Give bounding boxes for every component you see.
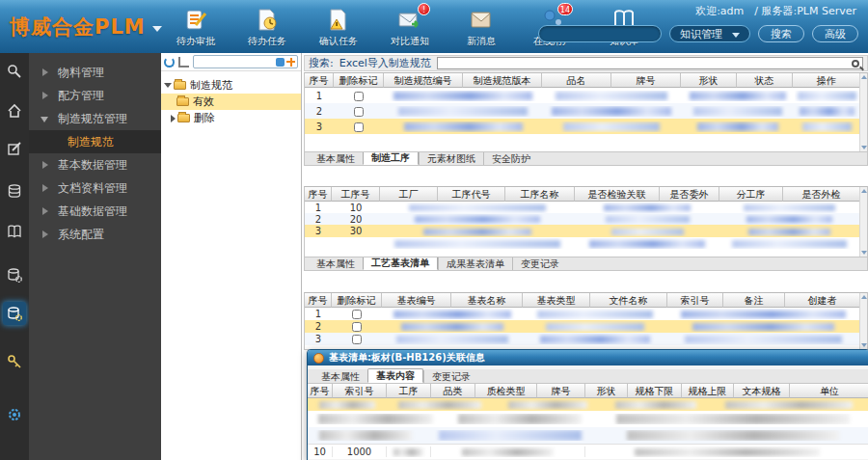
toolbar-new-messages[interactable]: 新消息 bbox=[454, 8, 508, 48]
app-logo[interactable]: 博威合金PLM bbox=[10, 14, 162, 41]
rail-edit-icon[interactable] bbox=[3, 137, 26, 160]
vertical-scrollbar[interactable] bbox=[859, 293, 867, 349]
column-header[interactable]: 状态 bbox=[737, 73, 793, 88]
delete-checkbox[interactable] bbox=[354, 92, 364, 101]
tab-basic-props[interactable]: 基本属性 bbox=[309, 152, 363, 165]
table-row[interactable]: 10 1000 bbox=[308, 444, 868, 459]
tab-process-base-list[interactable]: 工艺基表清单 bbox=[363, 256, 438, 270]
table-row-selected[interactable]: 3 bbox=[305, 119, 867, 134]
table-row[interactable]: 1 bbox=[305, 88, 867, 103]
rail-search-icon[interactable] bbox=[3, 60, 26, 83]
search-button[interactable]: 搜索 bbox=[758, 25, 804, 42]
column-header[interactable]: 牌号 bbox=[611, 73, 681, 88]
table-row[interactable] bbox=[308, 427, 868, 444]
scroll-down-icon[interactable] bbox=[861, 146, 867, 149]
scroll-up-icon[interactable] bbox=[861, 75, 867, 79]
table-row[interactable] bbox=[305, 237, 867, 250]
column-header[interactable]: 品类 bbox=[431, 384, 475, 398]
spec-filter-input[interactable] bbox=[437, 57, 863, 69]
table-row[interactable]: 2 20 bbox=[305, 213, 867, 225]
vertical-scrollbar[interactable] bbox=[859, 73, 867, 151]
column-header[interactable]: 工序 bbox=[387, 384, 431, 398]
sidebar-item-doc-mgmt[interactable]: 文档资料管理 bbox=[29, 176, 161, 200]
scroll-down-icon[interactable] bbox=[861, 343, 867, 347]
column-header[interactable]: 是否委外 bbox=[660, 187, 719, 202]
column-header[interactable]: 文本规格 bbox=[734, 384, 790, 398]
rail-database-settings-icon[interactable] bbox=[3, 263, 26, 286]
tab-base-content[interactable]: 基表内容 bbox=[367, 368, 423, 383]
toolbar-pending-tasks[interactable]: 待办任务 bbox=[240, 8, 294, 48]
table-row-selected[interactable]: 2 bbox=[305, 320, 867, 333]
tab-safety[interactable]: 安全防护 bbox=[483, 152, 538, 165]
column-header[interactable]: 索引号 bbox=[333, 384, 387, 398]
scroll-down-icon[interactable] bbox=[861, 251, 867, 255]
column-header[interactable]: 文件名称 bbox=[590, 293, 667, 308]
tab-basic-props[interactable]: 基本属性 bbox=[309, 257, 363, 270]
sidebar-item-mfg-spec-mgmt[interactable]: 制造规范管理 bbox=[29, 107, 161, 130]
column-header[interactable]: 基表名称 bbox=[451, 293, 523, 308]
column-header[interactable]: 形状 bbox=[585, 384, 628, 398]
table-row[interactable]: 2 bbox=[305, 103, 867, 119]
column-header[interactable]: 是否外检 bbox=[783, 187, 859, 202]
scroll-up-icon[interactable] bbox=[861, 189, 867, 193]
column-header[interactable]: 工序号 bbox=[332, 187, 380, 202]
column-header[interactable]: 制造规范编号 bbox=[384, 73, 463, 88]
toolbar-confirm-tasks[interactable]: 确认任务 bbox=[312, 8, 366, 48]
delete-checkbox[interactable] bbox=[354, 122, 364, 132]
tree-node-root[interactable]: 制造规范 bbox=[161, 77, 301, 94]
column-header[interactable]: 工序代号 bbox=[438, 187, 505, 202]
column-header[interactable]: 单位 bbox=[790, 384, 868, 398]
rail-database-settings-active-icon[interactable] bbox=[3, 302, 26, 325]
column-header[interactable]: 基表编号 bbox=[382, 293, 451, 308]
tab-result-base-list[interactable]: 成果基表清单 bbox=[438, 257, 512, 270]
column-header[interactable]: 工厂 bbox=[380, 187, 438, 202]
delete-checkbox[interactable] bbox=[354, 107, 364, 117]
column-header[interactable]: 删除标记 bbox=[332, 293, 382, 308]
rail-home-icon[interactable] bbox=[3, 99, 26, 122]
column-header[interactable]: 制造规范版本 bbox=[463, 73, 542, 88]
toolbar-compare-notice[interactable]: ! 对比通知 bbox=[383, 8, 437, 48]
column-header[interactable]: 序号 bbox=[305, 187, 332, 202]
dialog-title-bar[interactable]: 基表清单:板材(B-HB126)关联信息 bbox=[308, 350, 868, 365]
delete-checkbox[interactable] bbox=[352, 322, 362, 332]
rail-database-icon[interactable] bbox=[3, 179, 26, 203]
scroll-up-icon[interactable] bbox=[861, 295, 867, 299]
column-header[interactable]: 牌号 bbox=[537, 384, 585, 398]
table-row[interactable]: 3 bbox=[305, 333, 867, 345]
table-row-selected[interactable]: 3 30 bbox=[305, 225, 867, 237]
delete-checkbox[interactable] bbox=[352, 335, 362, 344]
column-header[interactable]: 规格上限 bbox=[682, 384, 734, 398]
tree-view-icon[interactable] bbox=[178, 57, 189, 68]
sidebar-item-mfg-spec[interactable]: 制造规范 bbox=[29, 130, 161, 153]
column-header[interactable]: 操作 bbox=[793, 73, 859, 88]
sidebar-item-base-data-mgmt[interactable]: 基础数据管理 bbox=[29, 200, 161, 223]
refresh-icon[interactable] bbox=[164, 57, 175, 68]
column-header[interactable]: 序号 bbox=[308, 384, 333, 398]
column-header[interactable]: 品名 bbox=[542, 73, 611, 88]
column-header[interactable]: 形状 bbox=[681, 73, 737, 88]
table-row[interactable]: 1 bbox=[305, 308, 867, 320]
rail-key-icon[interactable] bbox=[3, 350, 26, 373]
toolbar-pending-approval[interactable]: 待办审批 bbox=[169, 8, 223, 48]
column-header[interactable]: 创建者 bbox=[785, 293, 859, 308]
rail-gear-icon[interactable] bbox=[3, 403, 26, 426]
column-header[interactable]: 索引号 bbox=[667, 293, 723, 308]
sidebar-item-formula-mgmt[interactable]: 配方管理 bbox=[29, 84, 161, 107]
column-header[interactable]: 基表类型 bbox=[523, 293, 590, 308]
tree-filter-icon[interactable] bbox=[276, 58, 285, 67]
rail-book-icon[interactable] bbox=[3, 220, 26, 243]
sidebar-item-material-mgmt[interactable]: 物料管理 bbox=[29, 61, 161, 84]
tab-change-log[interactable]: 变更记录 bbox=[512, 257, 567, 270]
sidebar-item-system-config[interactable]: 系统配置 bbox=[29, 223, 161, 246]
magnifier-icon[interactable] bbox=[852, 60, 859, 68]
column-header[interactable]: 删除标记 bbox=[334, 73, 384, 88]
vertical-scrollbar[interactable] bbox=[859, 187, 867, 257]
table-row-selected[interactable] bbox=[308, 398, 868, 411]
excel-import-link[interactable]: Excel导入制造规范 bbox=[339, 56, 431, 70]
table-row[interactable]: 1 10 bbox=[305, 202, 867, 213]
tab-mfg-process[interactable]: 制造工序 bbox=[363, 150, 419, 165]
tree-node-valid[interactable]: 有效 bbox=[161, 94, 301, 110]
column-header[interactable]: 是否检验关联 bbox=[575, 187, 660, 202]
tab-change-log[interactable]: 变更记录 bbox=[423, 370, 478, 383]
column-header[interactable]: 序号 bbox=[305, 293, 332, 308]
